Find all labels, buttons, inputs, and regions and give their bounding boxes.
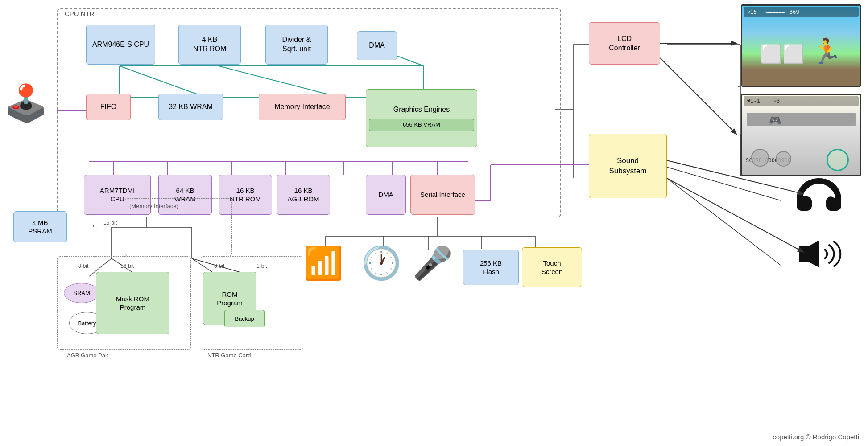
- serial-interface-block: Serial Interface: [410, 175, 475, 215]
- memory-interface-block: Memory Interface: [259, 94, 346, 120]
- label-1bit-right: 1-bit: [256, 263, 267, 269]
- cpu-ntr-label: CPU NTR: [65, 10, 95, 17]
- fifo-block: FIFO: [86, 94, 131, 120]
- agb-rom-16kb-block: 16 KBAGB ROM: [277, 175, 330, 215]
- screenshot-top: ✕15 ▬▬▬▬▬▬ 369 🏃 ⬜⬜: [741, 4, 861, 87]
- backup-block: Backup: [224, 310, 265, 327]
- sound-subsystem-block: SoundSubsystem: [589, 134, 667, 198]
- touch-screen-block: TouchScreen: [522, 247, 582, 287]
- copyright-text: copetti.org © Rodrigo Copetti: [773, 433, 859, 441]
- ntr-game-card-label: NTR Game Card: [207, 352, 251, 359]
- wram-32kb-block: 32 KB WRAM: [158, 94, 223, 120]
- flash-256kb-block: 256 KBFlash: [463, 250, 519, 285]
- divider-block: Divider &Sqrt. unit: [265, 25, 328, 65]
- memory-interface-ext-label: (Memory Interface): [129, 203, 178, 209]
- agb-game-pak-label: AGB Game Pak: [67, 352, 108, 359]
- graphics-engines-block: Graphics Engines 656 KB VRAM: [366, 89, 477, 147]
- label-8bit-right: 8-bit: [214, 263, 224, 269]
- lcd-controller-block: LCDController: [589, 22, 660, 65]
- label-16bit-psram: 16-bit: [103, 220, 117, 226]
- dma-bottom-block: DMA: [366, 175, 406, 215]
- sram-block: SRAM: [64, 283, 99, 303]
- arm946-block: ARM946E-S CPU: [86, 25, 155, 65]
- label-8bit-left: 8-bit: [78, 263, 88, 269]
- mic-icon: 🎤: [413, 244, 453, 282]
- label-16bit-mid: 16-bit: [120, 263, 134, 269]
- clock-icon: 🕐: [361, 244, 401, 282]
- wifi-icon: 📶: [303, 244, 343, 282]
- speaker-icon: [794, 234, 848, 276]
- psram-4mb-block: 4 MBPSRAM: [13, 211, 67, 242]
- mask-rom-block: Mask ROMProgram: [96, 272, 169, 334]
- gamepad-icon: 🕹️: [4, 82, 48, 124]
- svg-marker-52: [799, 241, 819, 267]
- dma-top-block: DMA: [357, 31, 397, 60]
- screenshot-bottom: ♥1-1 ✕3 🎮 SCORE 00003950: [741, 94, 861, 176]
- headphones-icon: [794, 174, 843, 216]
- svg-line-56: [667, 178, 803, 252]
- ntr-rom-4kb-block: 4 KBNTR ROM: [178, 25, 241, 65]
- svg-line-20: [667, 178, 781, 265]
- svg-line-54: [660, 58, 736, 134]
